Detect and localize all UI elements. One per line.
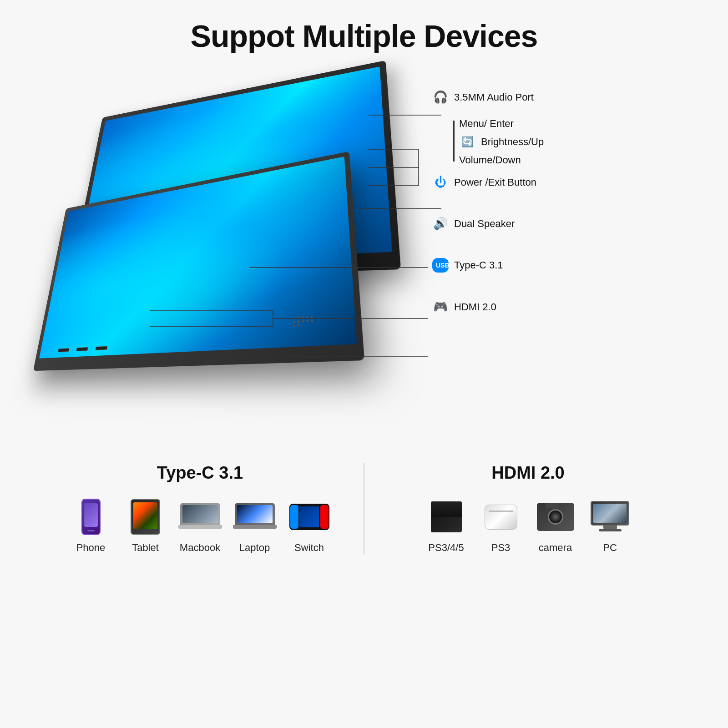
switch-screen: [299, 506, 319, 527]
pc-label: PC: [603, 542, 617, 554]
tablet-icon: [131, 499, 160, 535]
macbook-screen-inner: [182, 505, 218, 523]
phone-label: Phone: [76, 542, 106, 554]
ps-black-icon-wrap: [426, 496, 467, 537]
page-container: Suppot Multiple Devices: [0, 0, 728, 728]
device-ps-white: PS3: [480, 496, 521, 554]
brightness-icon: 🔄: [459, 136, 475, 148]
switch-right-joycon: [320, 505, 329, 529]
typec-label: Type-C 3.1: [454, 259, 503, 271]
page-title: Suppot Multiple Devices: [191, 18, 538, 54]
annot-hdmi-row: 🎮 HDMI 2.0: [432, 300, 696, 314]
device-camera: camera: [535, 496, 576, 554]
device-pc: PC: [590, 496, 631, 554]
annot-audio-row: 🎧 3.5MM Audio Port: [432, 90, 696, 104]
headphone-icon: 🎧: [432, 90, 449, 104]
monitor-front-screen: [39, 157, 357, 359]
tablet-icon-wrap: [125, 496, 166, 537]
macbook-icon: [180, 503, 220, 531]
annot-speaker-row: 🔊 Dual Speaker: [432, 217, 696, 231]
speaker-label: Dual Speaker: [454, 218, 515, 230]
pc-screen: [593, 504, 627, 523]
camera-lens: [548, 509, 563, 525]
phone-screen: [84, 503, 98, 527]
device-switch: Switch: [289, 496, 330, 554]
phone-icon-wrap: [71, 496, 111, 537]
typec-group-title: Type-C 3.1: [157, 463, 243, 483]
power-icon: ⏻: [432, 175, 449, 189]
camera-icon-wrap: [535, 496, 576, 537]
laptop-icon-wrap: [234, 496, 275, 537]
laptop-icon: [235, 503, 275, 531]
speaker-dots-right: [293, 316, 313, 327]
device-macbook: Macbook: [180, 496, 221, 554]
laptop-base: [233, 525, 277, 529]
annot-power-row: ⏻ Power /Exit Button: [432, 175, 696, 189]
typec-icon: USB: [432, 258, 449, 273]
tablet-screen: [133, 502, 157, 529]
port-typec-1: [58, 348, 69, 352]
hdmi-icon: 🎮: [432, 300, 449, 314]
phone-icon: [81, 499, 101, 535]
port-hdmi: [95, 346, 107, 350]
ps-black-icon: [431, 501, 462, 532]
pc-icon: [590, 501, 630, 533]
menu-label: Menu/ Enter: [459, 118, 514, 130]
macbook-lid: [180, 503, 220, 525]
annot-volume-row: Volume/Down: [459, 154, 544, 166]
switch-icon: [289, 504, 329, 530]
pc-base: [599, 529, 622, 531]
port-typec-2: [76, 347, 88, 351]
right-annotations: 🎧 3.5MM Audio Port Menu/ Enter 🔄 Brightn…: [432, 90, 696, 319]
device-laptop: Laptop: [234, 496, 275, 554]
monitor-section: 🎧 3.5MM Audio Port Menu/ Enter 🔄 Brightn…: [23, 63, 705, 436]
hdmi-group: HDMI 2.0 PS3/4/5 PS3: [374, 463, 682, 554]
section-divider: [364, 463, 364, 554]
camera-flash: [546, 503, 559, 508]
monitor-illustration: [23, 81, 396, 390]
typec-devices-row: Phone Tablet: [71, 496, 330, 554]
bottom-section: Type-C 3.1 Phone: [46, 463, 682, 554]
device-phone: Phone: [71, 496, 111, 554]
monitor-front: [33, 152, 364, 371]
pc-stand: [603, 526, 617, 529]
camera-icon: [537, 503, 574, 531]
typec-group: Type-C 3.1 Phone: [46, 463, 354, 554]
annot-menu-row: Menu/ Enter: [459, 118, 544, 130]
annot-typec-row: USB Type-C 3.1: [432, 258, 696, 273]
ps-black-label: PS3/4/5: [428, 542, 464, 554]
camera-label: camera: [539, 542, 572, 554]
ps-white-icon: [485, 505, 517, 530]
macbook-base: [178, 525, 222, 529]
switch-left-joycon: [290, 505, 298, 529]
annot-brightness-row: 🔄 Brightness/Up: [459, 136, 544, 148]
volume-label: Volume/Down: [459, 154, 521, 166]
audio-label: 3.5MM Audio Port: [454, 91, 534, 103]
pc-monitor: [591, 501, 629, 526]
speaker-icon: 🔊: [432, 217, 449, 231]
switch-label: Switch: [294, 542, 324, 554]
hdmi-label: HDMI 2.0: [454, 301, 496, 313]
laptop-screen-inner: [237, 505, 273, 523]
laptop-lid: [235, 503, 275, 525]
macbook-icon-wrap: [180, 496, 221, 537]
ps-white-label: PS3: [491, 542, 511, 554]
hdmi-devices-row: PS3/4/5 PS3: [426, 496, 631, 554]
laptop-label: Laptop: [239, 542, 270, 554]
macbook-label: Macbook: [180, 542, 220, 554]
power-label: Power /Exit Button: [454, 177, 536, 188]
ps-white-icon-wrap: [480, 496, 521, 537]
switch-icon-wrap: [289, 496, 330, 537]
brightness-label: Brightness/Up: [481, 136, 544, 148]
pc-icon-wrap: [590, 496, 631, 537]
tablet-label: Tablet: [132, 542, 159, 554]
device-ps-black: PS3/4/5: [426, 496, 467, 554]
hdmi-group-title: HDMI 2.0: [491, 463, 564, 483]
device-tablet: Tablet: [125, 496, 166, 554]
